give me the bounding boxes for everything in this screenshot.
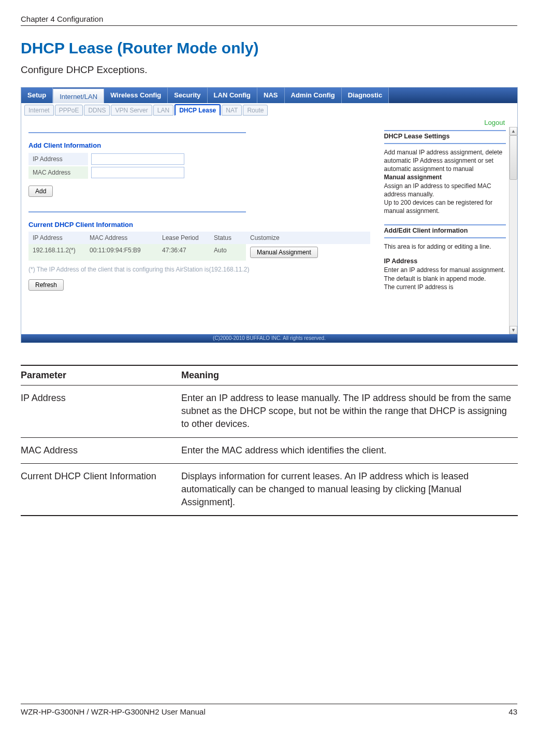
help-h1: DHCP Lease Settings xyxy=(384,132,508,141)
refresh-button[interactable]: Refresh xyxy=(28,279,64,291)
scrollbar[interactable]: ▲ ▼ xyxy=(509,127,517,334)
param-meaning: Enter an IP address to lease manually. T… xyxy=(181,386,518,438)
param-meaning: Displays information for current leases.… xyxy=(181,463,518,516)
subtab-ddns[interactable]: DDNS xyxy=(84,105,110,116)
param-name: Current DHCP Client Information xyxy=(21,463,181,516)
col-ip: IP Address xyxy=(28,232,85,244)
page-number: 43 xyxy=(508,707,517,716)
page-footer: WZR-HP-G300NH / WZR-HP-G300NH2 User Manu… xyxy=(21,704,517,716)
subtab-internet[interactable]: Internet xyxy=(24,105,54,116)
tab-diagnostic[interactable]: Diagnostic xyxy=(342,88,389,103)
tab-lan-config[interactable]: LAN Config xyxy=(208,88,257,103)
help-b1: Manual assignment xyxy=(384,174,442,181)
tab-wireless-config[interactable]: Wireless Config xyxy=(104,88,168,103)
manual-title: WZR-HP-G300NH / WZR-HP-G300NH2 User Manu… xyxy=(21,707,206,716)
tab-admin-config[interactable]: Admin Config xyxy=(285,88,342,103)
mac-address-input[interactable] xyxy=(91,167,184,178)
subtab-dhcp-lease[interactable]: DHCP Lease xyxy=(175,104,221,116)
add-client-title: Add Client Information xyxy=(28,141,371,149)
subtab-route[interactable]: Route xyxy=(243,105,268,116)
subtab-vpn-server[interactable]: VPN Server xyxy=(111,105,152,116)
logout-link[interactable]: Logout xyxy=(484,119,505,126)
help-panel: DHCP Lease Settings Add manual IP addres… xyxy=(378,127,509,334)
table-row: Current DHCP Client Information Displays… xyxy=(21,463,518,516)
add-button[interactable]: Add xyxy=(28,186,53,197)
help-p6: The default is blank in append mode. xyxy=(384,275,508,283)
subtab-nat[interactable]: NAT xyxy=(222,105,242,116)
scroll-down-icon[interactable]: ▼ xyxy=(510,326,517,334)
table-row: MAC Address Enter the MAC address which … xyxy=(21,437,518,463)
section-title: DHCP Lease (Router Mode only) xyxy=(21,39,517,57)
main-tab-bar: Setup Internet/LAN Wireless Config Secur… xyxy=(21,88,517,103)
help-p5: Enter an IP address for manual assignmen… xyxy=(384,266,508,274)
dhcp-client-table: IP Address MAC Address Lease Period Stat… xyxy=(28,232,371,261)
parameter-table: Parameter Meaning IP Address Enter an IP… xyxy=(21,365,518,516)
table-row: IP Address Enter an IP address to lease … xyxy=(21,386,518,438)
help-p1: Add manual IP address assignment, delete… xyxy=(384,148,508,174)
current-dhcp-title: Current DHCP Client Information xyxy=(28,221,371,229)
help-p3: Up to 200 devices can be registered for … xyxy=(384,198,508,215)
tab-setup[interactable]: Setup xyxy=(21,88,53,103)
help-p4: This area is for adding or editing a lin… xyxy=(384,243,508,251)
tab-internet-lan[interactable]: Internet/LAN xyxy=(53,89,104,103)
cell-status: Auto xyxy=(210,244,246,261)
sub-tab-bar: Internet PPPoE DDNS VPN Server LAN DHCP … xyxy=(21,103,517,116)
ip-address-input[interactable] xyxy=(91,153,184,165)
subtab-pppoe[interactable]: PPPoE xyxy=(55,105,83,116)
help-p7: The current IP address is xyxy=(384,283,508,291)
scroll-thumb[interactable] xyxy=(510,135,517,180)
page-header: Chapter 4 Configuration xyxy=(21,15,517,26)
screenshot-footer: (C)2000-2010 BUFFALO INC. All rights res… xyxy=(21,334,517,343)
col-status: Status xyxy=(210,232,246,244)
param-name: MAC Address xyxy=(21,437,181,463)
tab-nas[interactable]: NAS xyxy=(257,88,284,103)
help-p2: Assign an IP address to specified MAC ad… xyxy=(384,182,508,198)
cell-lease: 47:36:47 xyxy=(158,244,210,261)
ip-address-label: IP Address xyxy=(28,153,88,166)
tab-security[interactable]: Security xyxy=(168,88,207,103)
param-meaning: Enter the MAC address which identifies t… xyxy=(181,437,518,463)
router-screenshot: Setup Internet/LAN Wireless Config Secur… xyxy=(21,87,518,343)
help-h3: IP Address xyxy=(384,257,508,266)
client-note: (*) The IP Address of the client that is… xyxy=(28,266,371,273)
manual-assignment-button[interactable]: Manual Assignment xyxy=(250,247,318,258)
subtab-lan[interactable]: LAN xyxy=(153,105,173,116)
th-parameter: Parameter xyxy=(21,365,181,386)
col-customize: Customize xyxy=(246,232,370,244)
cell-ip: 192.168.11.2(*) xyxy=(28,244,85,261)
th-meaning: Meaning xyxy=(181,365,518,386)
help-h2: Add/Edit Client information xyxy=(384,226,508,235)
cell-mac: 00:11:09:94:F5:B9 xyxy=(85,244,158,261)
section-intro: Configure DHCP Exceptions. xyxy=(21,64,517,76)
param-name: IP Address xyxy=(21,386,181,438)
scroll-up-icon[interactable]: ▲ xyxy=(510,127,517,135)
col-lease: Lease Period xyxy=(158,232,210,244)
mac-address-label: MAC Address xyxy=(28,166,88,179)
col-mac: MAC Address xyxy=(85,232,158,244)
